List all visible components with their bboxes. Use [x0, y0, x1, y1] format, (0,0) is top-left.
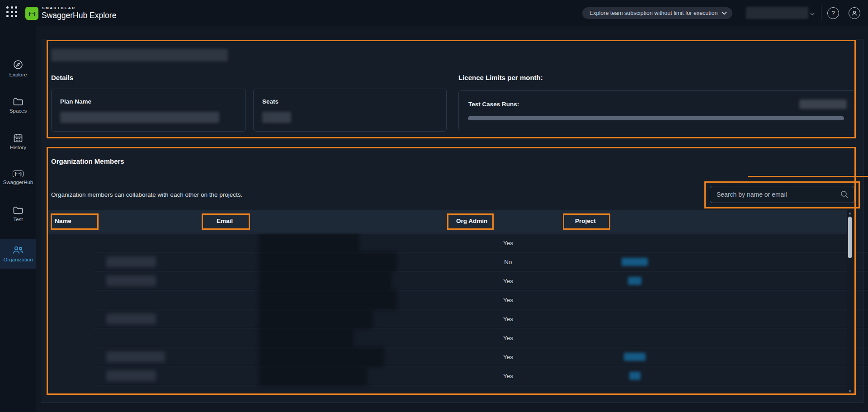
org-admin-value: Yes [472, 271, 544, 290]
table-row: No [94, 252, 868, 271]
table-row: Yes [94, 347, 868, 366]
sidebar-item-swaggerhub[interactable]: {···} SwaggerHub [0, 164, 36, 192]
redacted-member-name [106, 256, 156, 267]
sidebar-item-label: Organization [3, 257, 33, 262]
calendar-icon [14, 133, 23, 142]
org-admin-value: Yes [472, 366, 544, 385]
folder-icon [13, 206, 23, 214]
app-window: {···} SMARTBEAR SwaggerHub Explore Explo… [0, 0, 868, 412]
sidebar-item-organization[interactable]: Organization [0, 239, 36, 269]
help-icon[interactable]: ? [827, 7, 839, 19]
folder-icon [13, 98, 23, 106]
redacted-member-email [259, 252, 397, 272]
chevron-down-icon [722, 11, 727, 15]
organization-members-description: Organization members can collaborate wit… [51, 191, 242, 198]
app-title: SwaggerHub Explore [42, 11, 116, 20]
scrollbar-thumb[interactable] [848, 217, 852, 258]
scroll-up-icon[interactable]: ▲ [847, 211, 853, 215]
sidebar-item-label: History [10, 145, 26, 150]
redacted-member-email [259, 347, 384, 367]
org-admin-value: Yes [472, 290, 544, 309]
redacted-member-name [106, 313, 156, 324]
brand-logo-icon[interactable]: {···} [25, 7, 38, 20]
redacted-member-email [259, 271, 392, 291]
member-search-box [710, 186, 854, 203]
chevron-down-icon[interactable] [810, 10, 815, 18]
column-header-org-admin[interactable]: Org Admin [456, 218, 487, 224]
members-table-header: Name Email Org Admin Project [47, 210, 847, 233]
table-row: Yes [94, 271, 868, 290]
details-heading: Details [51, 74, 73, 81]
redacted-member-name [106, 370, 156, 381]
sidebar-item-label: Spaces [9, 108, 27, 114]
redacted-member-name [106, 275, 156, 286]
table-row: Yes [94, 233, 868, 252]
brand-smartbear-label: SMARTBEAR [42, 6, 76, 10]
topbar-divider [821, 5, 821, 21]
sidebar-nav: Explore Spaces History {···} SwaggerHub … [0, 26, 36, 412]
organization-members-heading: Organization Members [51, 157, 124, 165]
redacted-project-link[interactable] [629, 372, 641, 380]
braces-icon: {···} [13, 170, 23, 177]
redacted-member-name [106, 351, 165, 362]
redacted-account-name[interactable] [746, 7, 808, 19]
table-row: Yes [94, 309, 868, 328]
redacted-member-email [259, 366, 367, 386]
compass-icon [13, 60, 23, 70]
org-admin-value: Yes [472, 233, 544, 252]
table-row: Yes [94, 290, 868, 309]
column-header-name[interactable]: Name [55, 218, 71, 224]
redacted-subscription-title [51, 49, 228, 62]
test-cases-runs-card: Test Cases Runs: [458, 90, 855, 131]
redacted-member-email [259, 233, 359, 253]
redacted-test-cases-value [799, 99, 847, 109]
search-icon[interactable] [840, 190, 849, 199]
subscription-pill-label: Explore team subsciption without limit f… [590, 10, 717, 16]
table-row: Yes [94, 366, 868, 385]
org-admin-value: Yes [472, 328, 544, 347]
sidebar-item-label: SwaggerHub [3, 180, 33, 185]
sidebar-item-label: Explore [9, 72, 27, 77]
sidebar-item-label: Test [13, 217, 23, 222]
redacted-project-link[interactable] [624, 353, 646, 361]
subscription-pill-button[interactable]: Explore team subsciption without limit f… [582, 7, 732, 19]
redacted-plan-name-value [60, 112, 219, 123]
member-search-input[interactable] [710, 191, 840, 198]
app-grid-icon[interactable] [6, 6, 18, 18]
table-row: Yes [94, 328, 868, 347]
people-icon [12, 246, 24, 255]
licence-limits-heading: Licence Limits per month: [458, 74, 543, 81]
redacted-project-link[interactable] [622, 258, 648, 266]
column-header-project[interactable]: Project [575, 218, 596, 224]
test-cases-runs-label: Test Cases Runs: [468, 101, 519, 108]
redacted-project-link[interactable] [628, 277, 642, 285]
org-admin-value: Yes [472, 309, 544, 328]
redacted-member-email [259, 328, 354, 348]
sidebar-item-explore[interactable]: Explore [0, 54, 36, 82]
seats-label: Seats [262, 98, 278, 105]
test-cases-progress-bar [468, 116, 844, 120]
org-admin-value: No [472, 252, 544, 271]
plan-name-label: Plan Name [60, 98, 91, 105]
plan-name-card: Plan Name [51, 89, 246, 132]
scroll-down-icon[interactable]: ▼ [847, 389, 853, 393]
column-header-email[interactable]: Email [217, 218, 233, 224]
sidebar-item-spaces[interactable]: Spaces [0, 91, 36, 119]
redacted-member-email [259, 290, 397, 310]
sidebar-item-history[interactable]: History [0, 128, 36, 156]
sidebar-item-test[interactable]: Test [0, 200, 36, 228]
top-bar: {···} SMARTBEAR SwaggerHub Explore Explo… [0, 0, 868, 26]
account-icon[interactable] [849, 7, 860, 19]
seats-card: Seats [253, 89, 447, 132]
table-scrollbar[interactable]: ▲ ▼ [847, 210, 853, 395]
redacted-member-email [259, 309, 373, 329]
org-admin-value: Yes [472, 347, 544, 366]
redacted-seats-value [262, 112, 291, 123]
